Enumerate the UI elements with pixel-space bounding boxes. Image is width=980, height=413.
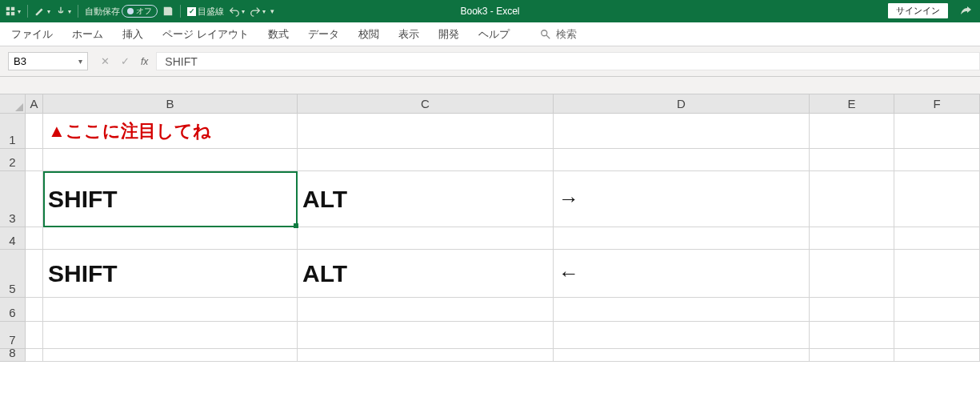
formula-value: SHIFT [165, 55, 197, 68]
select-all-corner[interactable] [0, 94, 26, 114]
row-header-2[interactable]: 2 [0, 149, 26, 171]
cell-e1[interactable] [810, 114, 894, 149]
svg-rect-1 [11, 7, 14, 10]
cell-c5[interactable]: ALT [298, 250, 554, 298]
cancel-icon[interactable]: ✕ [101, 55, 110, 67]
undo-button[interactable]: ▾ [229, 6, 245, 17]
svg-rect-0 [6, 7, 10, 10]
cell-c2[interactable] [298, 149, 554, 171]
col-header-f[interactable]: F [894, 94, 980, 114]
cell-a5[interactable] [26, 250, 43, 298]
cell-c1[interactable] [298, 114, 554, 149]
row-header-5[interactable]: 5 [0, 250, 26, 298]
tab-insert[interactable]: 挿入 [122, 27, 143, 42]
cell-c8[interactable] [298, 349, 554, 362]
cell-a1[interactable] [26, 114, 43, 149]
tab-home[interactable]: ホーム [72, 27, 103, 42]
cell-b6[interactable] [43, 298, 298, 322]
cell-a8[interactable] [26, 349, 43, 362]
cell-b2[interactable] [43, 149, 298, 171]
cell-a4[interactable] [26, 227, 43, 250]
worksheet-grid[interactable]: A B C D E F 1 ▲ここに注目してね 2 3 SHIFT ALT → … [0, 94, 980, 362]
tab-review[interactable]: 校閲 [358, 27, 379, 42]
cell-b8[interactable] [43, 349, 298, 362]
qat-draw-icon[interactable]: ▾ [34, 6, 50, 17]
qat-home-icon[interactable]: ▾ [5, 6, 21, 17]
cell-f7[interactable] [894, 322, 980, 349]
cell-d3[interactable]: → [554, 171, 810, 227]
cell-d1[interactable] [554, 114, 810, 149]
name-box[interactable]: B3 ▾ [8, 52, 88, 70]
cell-a6[interactable] [26, 298, 43, 322]
cell-e6[interactable] [810, 298, 894, 322]
cell-d6[interactable] [554, 298, 810, 322]
cell-a2[interactable] [26, 149, 43, 171]
cell-f8[interactable] [894, 349, 980, 362]
cell-b5[interactable]: SHIFT [43, 250, 298, 298]
tab-data[interactable]: データ [308, 27, 339, 42]
name-box-value: B3 [14, 55, 26, 67]
row-header-1[interactable]: 1 [0, 114, 26, 149]
tab-help[interactable]: ヘルプ [478, 27, 510, 42]
formula-bar: B3 ▾ ✕ ✓ fx SHIFT [0, 46, 980, 77]
search-box[interactable]: 検索 [540, 27, 577, 42]
formula-input[interactable]: SHIFT [156, 52, 980, 70]
save-icon[interactable] [162, 6, 174, 17]
row-header-4[interactable]: 4 [0, 227, 26, 250]
cell-f3[interactable] [894, 171, 980, 227]
tab-pagelayout[interactable]: ページ レイアウト [162, 27, 249, 42]
qat-customize-chevron-icon[interactable]: ▾ [270, 7, 274, 15]
cell-b1[interactable]: ▲ここに注目してね [43, 114, 298, 149]
cell-a3[interactable] [26, 171, 43, 227]
cell-a7[interactable] [26, 322, 43, 349]
tab-developer[interactable]: 開発 [438, 27, 459, 42]
cell-e3[interactable] [810, 171, 894, 227]
redo-button[interactable]: ▾ [250, 6, 266, 17]
row-header-7[interactable]: 7 [0, 322, 26, 349]
gridlines-toggle[interactable]: 目盛線 [187, 6, 224, 18]
row-header-3[interactable]: 3 [0, 171, 26, 227]
tab-file[interactable]: ファイル [11, 27, 53, 42]
cell-e8[interactable] [810, 349, 894, 362]
chevron-down-icon: ▾ [78, 57, 82, 66]
cell-e7[interactable] [810, 322, 894, 349]
col-header-d[interactable]: D [554, 94, 810, 114]
cell-f6[interactable] [894, 298, 980, 322]
cell-b3[interactable]: SHIFT [43, 171, 298, 227]
tab-formulas[interactable]: 数式 [268, 27, 289, 42]
cell-f2[interactable] [894, 149, 980, 171]
cell-e5[interactable] [810, 250, 894, 298]
gridlines-label: 目盛線 [198, 6, 224, 18]
col-header-c[interactable]: C [298, 94, 554, 114]
cell-f1[interactable] [894, 114, 980, 149]
cell-f5[interactable] [894, 250, 980, 298]
tab-view[interactable]: 表示 [398, 27, 419, 42]
cell-d2[interactable] [554, 149, 810, 171]
qat-touch-icon[interactable]: ▾ [55, 6, 71, 17]
autosave-toggle[interactable]: 自動保存 オフ [85, 5, 158, 18]
col-header-b[interactable]: B [43, 94, 298, 114]
cell-b4[interactable] [43, 227, 298, 250]
cell-d4[interactable] [554, 227, 810, 250]
row-header-8[interactable]: 8 [0, 349, 26, 362]
cell-b7[interactable] [43, 322, 298, 349]
cell-d5[interactable]: ← [554, 250, 810, 298]
cell-c4[interactable] [298, 227, 554, 250]
cell-c3[interactable]: ALT [298, 171, 554, 227]
cell-f4[interactable] [894, 227, 980, 250]
row-header-6[interactable]: 6 [0, 298, 26, 322]
col-header-e[interactable]: E [810, 94, 894, 114]
cell-e4[interactable] [810, 227, 894, 250]
search-placeholder: 検索 [556, 27, 577, 42]
col-header-a[interactable]: A [26, 94, 43, 114]
cell-d7[interactable] [554, 322, 810, 349]
share-icon[interactable] [959, 5, 972, 20]
enter-icon[interactable]: ✓ [121, 55, 130, 67]
signin-button[interactable]: サインイン [888, 3, 948, 18]
cell-d8[interactable] [554, 349, 810, 362]
svg-point-4 [541, 30, 546, 35]
fx-icon[interactable]: fx [141, 56, 148, 67]
cell-e2[interactable] [810, 149, 894, 171]
cell-c7[interactable] [298, 322, 554, 349]
cell-c6[interactable] [298, 298, 554, 322]
